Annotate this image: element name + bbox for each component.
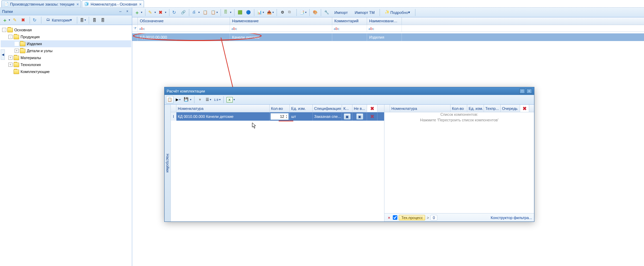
tab-prod-orders[interactable]: 📄 Производственные заказы: текущие × — [1, 0, 81, 7]
dcol-k[interactable]: К... — [342, 105, 352, 112]
filter-button[interactable]: ⧉ — [287, 9, 295, 16]
filter-tag[interactable]: Тех.процесс — [399, 215, 425, 220]
details-button[interactable]: ✨ Подробно ▾ — [382, 9, 413, 16]
rcol-close[interactable]: ✖ — [520, 105, 529, 112]
close-button[interactable]: × — [526, 89, 532, 94]
dlg-left-row[interactable]: IКД 0010.00.000 Качели детские▴▾штЗаказн… — [171, 112, 384, 121]
refresh-button[interactable]: ↻ — [171, 9, 179, 16]
filter-toggle-icon[interactable]: ⧩ — [132, 25, 138, 32]
dcol-qty[interactable]: Кол-во — [270, 105, 290, 112]
nv-button[interactable]: ▣ — [356, 113, 363, 120]
tree-tool-1[interactable]: 🗄▾ — [79, 16, 87, 24]
rcol-nom[interactable]: Номенклатура — [390, 105, 451, 112]
link-button[interactable]: 🔗 — [180, 9, 187, 16]
categories-button[interactable]: 🗂 Категории ▾ — [43, 16, 75, 24]
tool-btn-8[interactable]: 📑▾ — [299, 9, 308, 16]
add-button[interactable]: ＋▾ — [134, 9, 143, 16]
tool-btn-9[interactable]: 🎨 — [311, 9, 319, 16]
filter-oboz[interactable]: abc — [138, 25, 230, 32]
rcol-q[interactable]: Очередь — [501, 105, 520, 112]
edit-button[interactable]: ✎ — [12, 16, 19, 24]
tab-close-icon[interactable]: × — [77, 2, 79, 6]
expand-icon[interactable]: + — [15, 49, 19, 53]
print-button[interactable]: 🖨▾ — [191, 9, 201, 16]
rcol-qty[interactable]: Кол-во — [451, 105, 467, 112]
dcol-unit[interactable]: Ед. изм. — [290, 105, 313, 112]
tree-node[interactable]: +Технология — [1, 61, 131, 68]
filter-namep[interactable]: abc — [367, 25, 402, 32]
tool-btn-3[interactable]: 🟩 — [236, 9, 244, 16]
refresh-button[interactable]: ↻ — [32, 16, 39, 24]
tree-tool-3[interactable]: 🗄 — [99, 16, 107, 24]
col-comm[interactable]: Комментарий — [332, 17, 367, 25]
tree-node[interactable]: Изделия — [1, 40, 131, 47]
save-button[interactable]: 💾▾ — [183, 96, 192, 104]
tool-btn-1[interactable]: 📋 — [201, 9, 209, 16]
pin-icon[interactable]: ↔ — [118, 9, 123, 14]
tree-node[interactable]: -Основная — [1, 26, 131, 33]
run-button[interactable]: ▶▾ — [174, 96, 182, 104]
close-icon[interactable]: ✖ — [523, 106, 527, 111]
dcell-close[interactable]: ✖ — [367, 112, 377, 121]
db-button[interactable]: 🗄▾ — [223, 9, 232, 16]
tool-btn-5[interactable]: 📊▾ — [256, 9, 265, 16]
tool-btn-10[interactable]: 🔧 — [323, 9, 331, 16]
dcol-nv[interactable]: Не в... — [352, 105, 367, 112]
tree-node[interactable]: +Материалы — [1, 54, 131, 61]
tool-b[interactable]: 1.9▾ — [213, 96, 222, 104]
collapse-icon[interactable]: - — [2, 28, 6, 32]
edit-button[interactable]: ✎▾ — [147, 9, 157, 16]
col-namep[interactable]: Наименование п... — [367, 17, 402, 25]
k-button[interactable]: ▣ — [344, 113, 351, 120]
add-button[interactable]: ＋▾ — [1, 16, 11, 24]
tree-node[interactable]: Комплектующие — [1, 68, 131, 75]
tool-btn-4[interactable]: 🔵 — [245, 9, 252, 16]
col-oboz[interactable]: Обозначение — [138, 17, 230, 25]
tool-a[interactable]: ☰▾ — [205, 96, 212, 104]
filter-name[interactable]: abc — [230, 25, 332, 32]
expand-icon[interactable]: + — [8, 63, 13, 67]
dcol-nom[interactable]: Номенклатура — [176, 105, 270, 112]
tool-btn-6[interactable]: 📤▾ — [266, 9, 275, 16]
row-close-icon[interactable]: ✖ — [370, 114, 374, 119]
delete-button[interactable]: ✖▾ — [158, 9, 167, 16]
dcol-spec[interactable]: Спецификация — [313, 105, 342, 112]
grid-row[interactable]: КД 0010.00.000Качели детскиеИзделия — [132, 33, 644, 41]
dcell-k[interactable]: ▣ — [342, 112, 352, 121]
tool-btn-7[interactable]: ⚙ — [279, 9, 286, 16]
settings-tab[interactable]: Настройки — [165, 105, 171, 221]
dlg-right-body[interactable]: Список компонентов: Нажмите 'Перестроить… — [384, 112, 534, 213]
dialog-titlebar[interactable]: Расчёт комплектации □ × — [165, 87, 534, 95]
tree-node[interactable]: -Продукция — [1, 33, 131, 40]
delete-button[interactable]: ✖ — [20, 16, 28, 24]
maximize-button[interactable]: □ — [519, 89, 525, 94]
collapse-icon[interactable]: - — [8, 35, 13, 39]
tab-nomenclature[interactable]: 🧊 Номенклатура - Основная × — [82, 0, 144, 7]
filter-remove-icon[interactable]: × — [387, 216, 391, 220]
dcell-nv[interactable]: ▣ — [352, 112, 367, 121]
tab-close-icon[interactable]: × — [139, 2, 141, 6]
dcol-close[interactable]: ✖ — [367, 105, 377, 112]
spin-down-icon[interactable]: ▾ — [285, 116, 288, 119]
tool-btn-2[interactable]: 📋▾ — [210, 9, 219, 16]
collapse-chevron[interactable]: ◀ — [1, 49, 5, 60]
copy-button[interactable]: 📋 — [166, 96, 174, 104]
rcol-tp[interactable]: Техпр... — [484, 105, 501, 112]
dcell-qty[interactable]: ▴▾ — [270, 112, 290, 121]
filter-comm[interactable]: abc — [332, 25, 367, 32]
rcol-unit[interactable]: Ед. изм. — [467, 105, 484, 112]
import-button[interactable]: Импорт — [331, 9, 351, 16]
folders-tree[interactable]: -Основная-ПродукцияИзделия+Детали и узлы… — [0, 25, 132, 266]
qty-input[interactable] — [271, 114, 284, 119]
import-tm-button[interactable]: Импорт ТМ — [351, 9, 377, 16]
close-icon[interactable]: × — [125, 9, 130, 14]
filter-button[interactable]: ▾ — [196, 96, 204, 104]
close-icon[interactable]: ✖ — [370, 106, 374, 111]
tree-node[interactable]: +Детали и узлы — [1, 47, 131, 54]
filter-checkbox[interactable] — [393, 215, 397, 220]
dlg-left-body[interactable]: IКД 0010.00.000 Качели детские▴▾штЗаказн… — [171, 112, 384, 221]
excel-button[interactable]: X▾ — [225, 96, 236, 104]
filter-constructor-link[interactable]: Конструктор фильтра... — [491, 216, 532, 220]
col-name[interactable]: Наименование — [230, 17, 332, 25]
expand-icon[interactable]: + — [8, 56, 13, 60]
